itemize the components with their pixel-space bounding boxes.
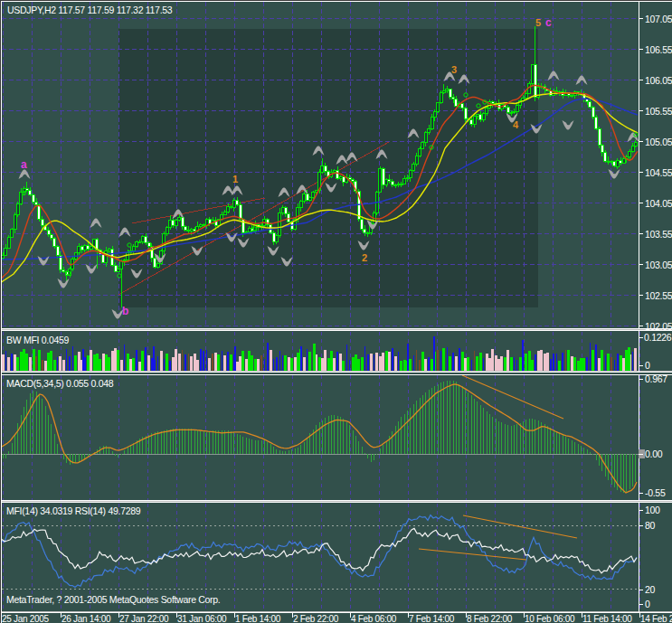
svg-text:0.967: 0.967: [645, 373, 667, 384]
svg-text:103.05: 103.05: [645, 260, 672, 270]
svg-text:80: 80: [645, 520, 656, 531]
svg-text:107.05: 107.05: [645, 14, 672, 24]
svg-text:31 Jan 06:00: 31 Jan 06:00: [177, 614, 227, 623]
svg-text:1: 1: [232, 174, 238, 184]
svg-text:26 Jan 14:00: 26 Jan 14:00: [62, 614, 111, 623]
svg-text:7 Feb 14:00: 7 Feb 14:00: [409, 614, 455, 623]
svg-text:102.55: 102.55: [645, 290, 672, 301]
svg-text:c: c: [545, 16, 552, 29]
svg-text:MFI(14) 34.0319 RSI(14) 49.72: MFI(14) 34.0319 RSI(14) 49.7289: [6, 505, 141, 516]
svg-text:14 Feb 2: 14 Feb 2: [640, 614, 672, 623]
svg-text:-0.55: -0.55: [645, 487, 666, 498]
svg-text:MACD(5,34,5) 0.055 0.048: MACD(5,34,5) 0.055 0.048: [6, 378, 114, 389]
svg-text:BW MFI 0.0459: BW MFI 0.0459: [6, 335, 70, 345]
svg-text:105.55: 105.55: [645, 106, 672, 117]
svg-text:0.00: 0.00: [645, 448, 663, 459]
svg-text:10 Feb 06:00: 10 Feb 06:00: [525, 614, 575, 623]
svg-text:106.55: 106.55: [645, 44, 672, 55]
svg-text:104.05: 104.05: [645, 198, 672, 209]
svg-text:1 Feb 14:00: 1 Feb 14:00: [235, 614, 281, 623]
svg-text:3: 3: [451, 64, 457, 75]
svg-text:2 Feb 22:00: 2 Feb 22:00: [293, 614, 339, 623]
svg-text:4 Feb 06:00: 4 Feb 06:00: [351, 614, 397, 623]
svg-text:27 Jan 22:00: 27 Jan 22:00: [119, 614, 169, 623]
svg-text:103.55: 103.55: [645, 229, 672, 240]
svg-text:104.55: 104.55: [645, 167, 672, 178]
svg-text:25 Jan 2005: 25 Jan 2005: [2, 614, 49, 623]
svg-text:102.05: 102.05: [645, 321, 672, 332]
svg-text:11 Feb 14:00: 11 Feb 14:00: [582, 614, 632, 623]
svg-text:105.05: 105.05: [645, 137, 672, 147]
svg-text:0.1226: 0.1226: [644, 332, 672, 343]
svg-text:2: 2: [362, 252, 367, 263]
svg-text:5: 5: [535, 17, 541, 28]
svg-text:USDJPY,H2 117.57 117.59 117.3: USDJPY,H2 117.57 117.59 117.32 117.53: [7, 5, 173, 15]
svg-text:a: a: [21, 158, 27, 171]
svg-text:100: 100: [645, 505, 660, 515]
svg-text:0: 0: [645, 599, 650, 609]
svg-text:106.05: 106.05: [645, 75, 672, 86]
svg-text:20: 20: [645, 584, 656, 595]
svg-text:b: b: [122, 305, 128, 317]
svg-text:MetaTrader, ? 2001-2005 MetaQu: MetaTrader, ? 2001-2005 MetaQuotes Softw…: [6, 594, 220, 605]
svg-text:0: 0: [645, 360, 650, 371]
svg-text:8 Feb 22:00: 8 Feb 22:00: [467, 614, 513, 623]
